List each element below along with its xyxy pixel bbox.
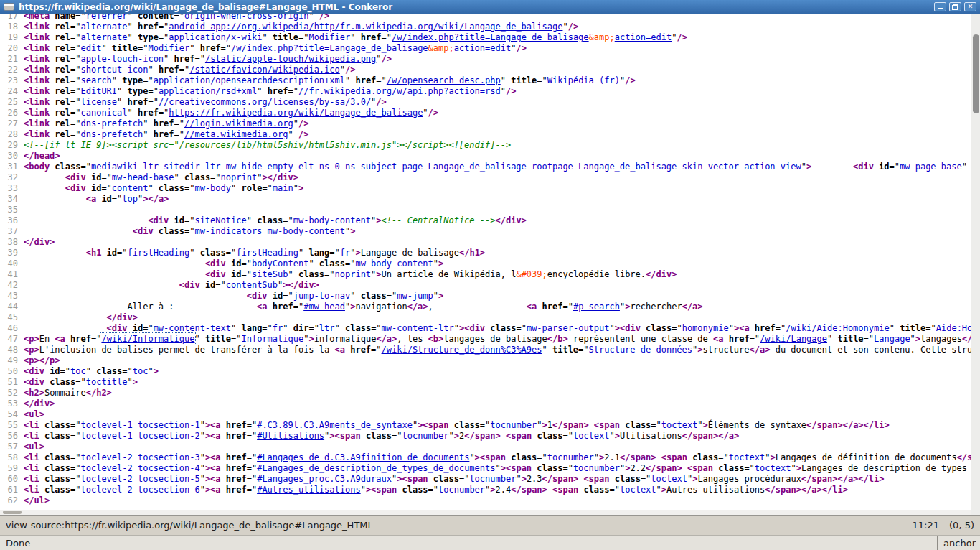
source-line-18: 18<link rel="alternate" href="android-ap…: [0, 22, 971, 32]
source-token: ><a: [205, 431, 226, 441]
source-link[interactable]: /w/index.php?title=Langage_de_balisage: [392, 32, 589, 42]
titlebar[interactable]: https://fr.wikipedia.org/wiki/Langage_de…: [0, 0, 980, 14]
source-link[interactable]: https://fr.wikipedia.org/wiki/Langage_de…: [169, 108, 423, 118]
source-token: =": [138, 43, 148, 53]
line-number: 31: [0, 162, 24, 172]
source-viewport[interactable]: 17<meta name="referrer" content="origin-…: [0, 14, 971, 515]
source-link[interactable]: #Langages_de_description_de_types_de_doc…: [257, 463, 495, 473]
source-link[interactable]: #Langages_proc.C3.A9duraux: [257, 474, 392, 484]
source-token: ": [189, 43, 199, 53]
source-token: class: [44, 420, 70, 430]
source-link[interactable]: #.C3.89l.C3.A9ments_de_syntaxe: [257, 420, 413, 430]
source-token: id: [273, 291, 283, 301]
source-token: <link: [24, 129, 55, 139]
source-token: rel: [55, 75, 70, 85]
source-token: firstHeading: [128, 248, 190, 258]
source-token: ": [128, 22, 138, 32]
source-token: ><a: [734, 323, 755, 333]
minibuffer[interactable]: Done anchor: [0, 535, 980, 550]
source-token: <a: [55, 334, 70, 344]
source-token: rel: [55, 108, 70, 118]
line-number: 32: [0, 172, 24, 183]
source-token: <div: [107, 323, 133, 333]
source-link[interactable]: /wiki/Aide:Homonymie: [786, 323, 890, 333]
source-token: ": [200, 452, 205, 462]
horizontal-scrollbar-thumb[interactable]: [3, 511, 22, 514]
source-token: ": [449, 431, 454, 441]
source-token: =": [283, 291, 293, 301]
source-token: toc: [133, 366, 149, 376]
source-token: =": [283, 215, 293, 225]
source-line-48: 48<p>L'inclusion de balises permet de tr…: [0, 345, 971, 355]
source-link[interactable]: /static/favicon/wikipedia.ico: [189, 65, 340, 75]
source-token: href: [159, 65, 179, 75]
source-token: href: [226, 452, 247, 462]
source-token: class: [454, 420, 480, 430]
source-link[interactable]: action=edit: [615, 32, 672, 42]
source-link[interactable]: #Langages_de_d.C3.A9finition_de_document…: [257, 452, 469, 462]
source-token: >: [703, 420, 708, 430]
source-link[interactable]: //meta.wikimedia.org: [184, 129, 288, 139]
source-token: ": [143, 118, 153, 129]
source-token: href: [154, 129, 174, 139]
source-token: <a: [713, 334, 729, 344]
source-link[interactable]: /wiki/Structure_de_donn%C3%A9es: [382, 345, 542, 355]
source-link[interactable]: #Utilisations: [257, 431, 324, 441]
source-token: =": [262, 183, 272, 193]
source-token: ,: [428, 302, 527, 312]
source-link[interactable]: #mw-head: [303, 302, 345, 312]
source-link[interactable]: //creativecommons.org/licenses/by-sa/3.0…: [159, 97, 371, 107]
line-number: 24: [0, 86, 24, 97]
source-token: &#039;: [516, 269, 547, 279]
source-token: ": [516, 474, 521, 484]
source-token: fr: [340, 248, 350, 258]
line-number: 42: [0, 280, 24, 291]
restore-button[interactable]: [949, 2, 961, 11]
focused-source-link[interactable]: /wiki/Informatique: [101, 334, 194, 344]
line-number: 22: [0, 65, 24, 75]
source-token: title: [552, 345, 578, 355]
line-number: 46: [0, 323, 24, 334]
close-button[interactable]: ✕: [964, 2, 976, 11]
source-token: <div: [24, 366, 50, 376]
source-token: >: [376, 215, 381, 225]
source-token: toctext: [729, 452, 765, 462]
source-token: &amp;: [589, 32, 615, 42]
source-token: class: [319, 258, 345, 269]
source-link[interactable]: /w/index.php?title=Langage_de_balisage: [231, 43, 428, 53]
source-link[interactable]: /w/opensearch_desc.php: [387, 75, 501, 85]
source-token: =": [563, 431, 573, 441]
source-token: ": [765, 452, 770, 462]
source-token: mw-body-content: [355, 258, 433, 269]
source-token: =": [70, 97, 80, 107]
vertical-scrollbar[interactable]: [971, 14, 980, 515]
source-token: href: [138, 108, 159, 118]
source-token: href: [268, 86, 288, 96]
minimize-button[interactable]: [934, 2, 946, 11]
source-line-17: 17<meta name="referrer" content="origin-…: [0, 14, 971, 22]
source-token: ": [423, 108, 428, 118]
source-token: =": [371, 345, 381, 355]
line-number: 43: [0, 291, 24, 302]
source-token: mw-content-ltr: [382, 323, 454, 333]
source-link[interactable]: #p-search: [573, 302, 620, 312]
source-token: class: [96, 366, 122, 376]
source-token: href: [138, 22, 159, 32]
source-token: </span>: [511, 485, 547, 495]
source-token: mw-content-text: [154, 323, 231, 333]
source-token: ": [231, 183, 241, 193]
source-link[interactable]: //login.wikimedia.org: [184, 118, 293, 129]
source-token: représentent une classe de: [568, 334, 713, 344]
horizontal-scrollbar[interactable]: [0, 510, 971, 515]
source-line-58: 58<li class="toclevel-2 tocsection-3"><a…: [0, 452, 971, 463]
source-link[interactable]: /wiki/Langage: [760, 334, 827, 344]
source-token: [24, 323, 107, 333]
source-link[interactable]: /static/apple-touch/wikipedia.png: [205, 54, 376, 64]
source-link[interactable]: #Autres_utilisations: [257, 485, 361, 495]
source-line-36: 36 <div id="siteNotice" class="mw-body-c…: [0, 215, 971, 226]
source-link[interactable]: android-app://org.wikipedia/http/fr.m.wi…: [169, 22, 562, 32]
vertical-scrollbar-thumb[interactable]: [973, 34, 979, 113]
source-link[interactable]: //fr.wikipedia.org/w/api.php?action=rsd: [298, 86, 501, 96]
source-token: =": [247, 474, 257, 484]
source-link[interactable]: action=edit: [454, 43, 511, 53]
